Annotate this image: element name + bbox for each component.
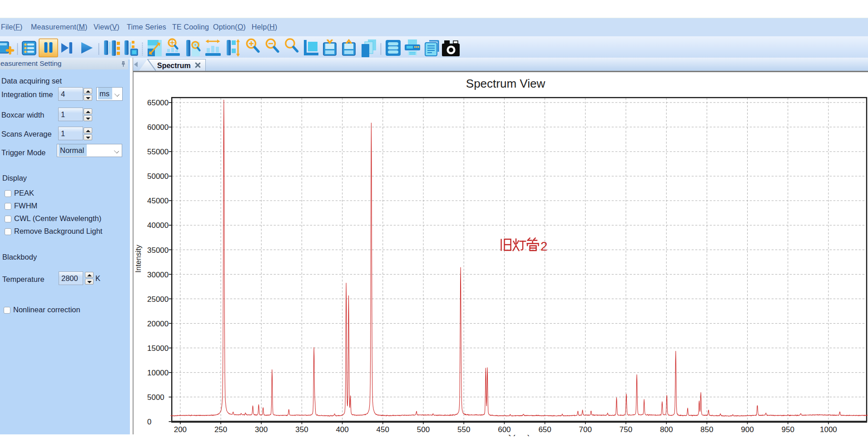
svg-text:10000: 10000 <box>147 369 169 377</box>
svg-text:Intensity: Intensity <box>134 245 142 273</box>
svg-text:700: 700 <box>579 425 592 434</box>
svg-text:65000: 65000 <box>147 98 169 107</box>
svg-text:550: 550 <box>457 425 470 434</box>
svg-text:15000: 15000 <box>147 344 169 353</box>
svg-text:2: 2 <box>541 239 547 253</box>
svg-text:50000: 50000 <box>147 172 169 181</box>
svg-text:750: 750 <box>620 425 632 434</box>
svg-text:45000: 45000 <box>147 197 169 205</box>
svg-text:0: 0 <box>147 418 151 426</box>
svg-text:25000: 25000 <box>147 295 169 304</box>
svg-text:300: 300 <box>255 425 268 434</box>
svg-text:55000: 55000 <box>147 148 169 156</box>
svg-text:800: 800 <box>660 425 673 434</box>
svg-text:350: 350 <box>295 425 308 434</box>
svg-text:900: 900 <box>741 425 754 434</box>
svg-text:30000: 30000 <box>147 271 169 279</box>
svg-text:5000: 5000 <box>147 393 164 402</box>
svg-text:20000: 20000 <box>147 320 169 328</box>
svg-text:Spectrum View: Spectrum View <box>466 77 546 90</box>
svg-text:400: 400 <box>336 425 348 434</box>
svg-text:950: 950 <box>782 425 794 434</box>
svg-text:40000: 40000 <box>147 221 169 230</box>
svg-text:850: 850 <box>700 425 713 434</box>
svg-text:250: 250 <box>214 425 227 434</box>
svg-text:60000: 60000 <box>147 123 169 132</box>
svg-text:35000: 35000 <box>147 246 169 255</box>
svg-text:1000: 1000 <box>820 425 837 434</box>
svg-text:650: 650 <box>538 425 551 434</box>
svg-text:500: 500 <box>417 425 430 434</box>
svg-text:200: 200 <box>174 425 187 434</box>
svg-text:450: 450 <box>377 425 389 434</box>
